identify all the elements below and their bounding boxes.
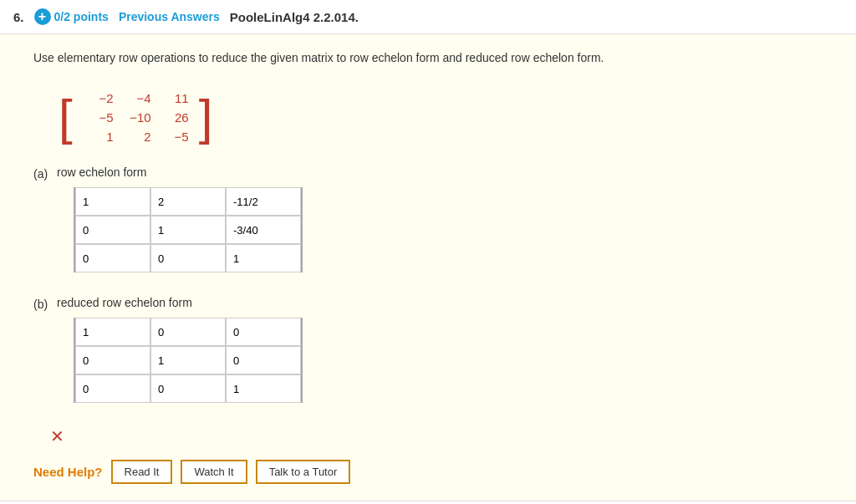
part-a-matrix [74, 187, 303, 272]
cell-0-1: −4 [117, 89, 155, 107]
part-b-input-2-0[interactable] [83, 383, 143, 395]
part-a-description: row echelon form [57, 165, 303, 179]
part-a-input-1-1[interactable] [158, 224, 218, 237]
part-b-answer-grid [74, 318, 303, 403]
part-a-input-0-2[interactable] [233, 196, 293, 208]
wrong-mark: ✕ [50, 426, 823, 446]
part-a-cell-2-1[interactable] [150, 244, 226, 272]
part-a-input-0-1[interactable] [158, 196, 218, 208]
read-it-button[interactable]: Read It [111, 460, 173, 484]
problem-id: PooleLinAlg4 2.2.014. [230, 10, 359, 24]
part-b-label: (b) [33, 298, 50, 311]
part-a-row: (a) row echelon form [33, 165, 823, 289]
part-b-input-0-2[interactable] [233, 326, 293, 339]
cell-2-2: −5 [155, 128, 192, 145]
part-b-cell-2-1[interactable] [150, 374, 226, 403]
part-b-input-1-0[interactable] [83, 354, 143, 367]
need-help-label: Need Help? [33, 465, 103, 479]
footer-bar: Viewing Saved Work Revert to Last Respon… [0, 501, 856, 504]
part-b-matrix [74, 318, 303, 403]
part-b-input-1-1[interactable] [158, 354, 218, 367]
part-a-cell-2-0[interactable] [75, 244, 150, 272]
part-a-cell-0-2[interactable] [226, 187, 301, 216]
left-bracket: [ [59, 93, 73, 143]
right-bracket: ] [199, 93, 213, 143]
part-b-cell-0-2[interactable] [226, 318, 301, 346]
part-a-cell-0-0[interactable] [75, 187, 150, 216]
matrix-grid: −2 −4 11 −5 −10 26 1 2 −5 [73, 86, 199, 149]
question-number: 6. [13, 10, 24, 24]
plus-icon: + [34, 8, 51, 25]
watch-it-button[interactable]: Watch It [181, 460, 247, 484]
part-a-input-1-0[interactable] [83, 224, 143, 237]
cell-2-0: 1 [79, 128, 117, 145]
part-b-cell-0-1[interactable] [150, 318, 226, 346]
part-b-description: reduced row echelon form [57, 296, 303, 309]
part-b-row: (b) reduced row echelon form [33, 296, 823, 420]
cell-0-0: −2 [79, 89, 117, 107]
cell-1-2: 26 [155, 109, 192, 126]
part-a-input-2-1[interactable] [158, 252, 218, 265]
part-a-section: row echelon form [57, 165, 303, 289]
part-b-input-0-0[interactable] [83, 326, 143, 339]
given-matrix: [ −2 −4 11 −5 −10 26 1 2 −5 ] [59, 86, 212, 149]
cell-1-0: −5 [79, 109, 117, 126]
part-a-answer-grid [74, 187, 303, 272]
part-b-cell-1-1[interactable] [150, 346, 226, 374]
part-b-cell-1-2[interactable] [226, 346, 301, 374]
part-a-input-2-0[interactable] [83, 252, 143, 265]
problem-statement: Use elementary row operations to reduce … [33, 51, 823, 64]
part-a-label: (a) [33, 167, 50, 181]
part-b-input-2-2[interactable] [233, 383, 293, 395]
part-a-cell-1-1[interactable] [150, 216, 226, 244]
part-b-input-1-2[interactable] [233, 354, 293, 367]
part-a-input-1-2[interactable] [233, 224, 293, 237]
part-a-input-0-0[interactable] [83, 196, 143, 208]
points-badge: + 0/2 points [34, 8, 109, 25]
part-b-cell-2-2[interactable] [226, 374, 301, 403]
talk-to-tutor-button[interactable]: Talk to a Tutor [256, 460, 351, 484]
part-b-cell-0-0[interactable] [75, 318, 150, 346]
part-a-input-2-2[interactable] [233, 252, 293, 265]
part-a-cell-0-1[interactable] [150, 187, 226, 216]
cell-0-2: 11 [155, 89, 192, 107]
cell-1-1: −10 [117, 109, 155, 126]
previous-answers-link[interactable]: Previous Answers [119, 10, 220, 23]
part-b-input-0-1[interactable] [158, 326, 218, 339]
part-b-section: reduced row echelon form [57, 296, 303, 420]
header-bar: 6. + 0/2 points Previous Answers PooleLi… [0, 0, 856, 34]
part-b-cell-1-0[interactable] [75, 346, 150, 374]
need-help-section: Need Help? Read It Watch It Talk to a Tu… [33, 460, 823, 484]
part-b-cell-2-0[interactable] [75, 374, 150, 403]
cell-2-1: 2 [117, 128, 155, 145]
part-a-cell-1-0[interactable] [75, 216, 150, 244]
part-a-cell-1-2[interactable] [226, 216, 301, 244]
content-area: Use elementary row operations to reduce … [0, 34, 856, 501]
part-a-cell-2-2[interactable] [226, 244, 301, 272]
part-b-input-2-1[interactable] [158, 383, 218, 395]
points-text: 0/2 points [54, 10, 109, 23]
